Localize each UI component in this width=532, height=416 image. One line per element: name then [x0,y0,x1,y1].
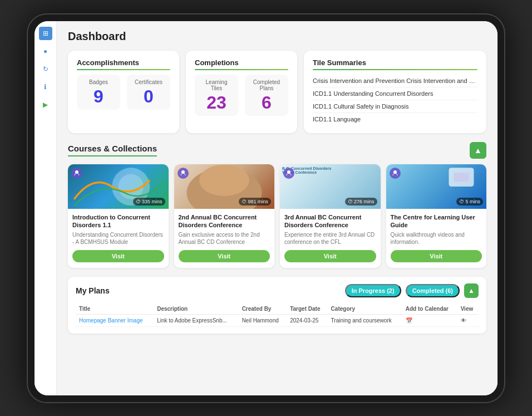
visit-button[interactable]: Visit [72,250,164,262]
clock-icon: ⏱ [348,199,353,204]
course-image: ⏱ 981 mins [174,164,275,209]
course-image: ⏱ 5 mins [386,164,487,209]
visit-button[interactable]: Visit [284,250,376,262]
course-image: ⏱ 276 mins [280,164,381,209]
course-duration: ⏱ 276 mins [345,198,377,205]
visit-button[interactable]: Visit [179,250,270,262]
col-description: Description [154,304,238,315]
course-title: 3rd Annual BC Concurrent Disorders Confe… [284,213,376,229]
plan-description-cell: Link to Adobe ExpressSnb... [154,315,238,327]
course-card: ⏱ 276 mins 3rd Annual BC Concurrent Diso… [280,164,381,268]
completed-plans-label: Completed Plans [249,79,284,91]
accomplishments-widget: Accomplishments Badges 9 Certificates 0 [68,51,179,133]
tile-summary-item: ICD1.1 Cultural Safety in Diagnosis [313,100,477,113]
sidebar-icon-share[interactable]: ▶ [39,98,52,111]
widgets-row: Accomplishments Badges 9 Certificates 0 [68,51,486,133]
completions-stats: Learning Tiles 23 Completed Plans 6 [195,75,288,116]
sidebar: ⊞ ● ↻ ℹ ▶ [35,21,57,395]
course-title: The Centre for Learning User Guide [391,213,482,229]
learning-tiles-stat: Learning Tiles 23 [195,75,238,116]
col-target-date: Target Date [287,304,327,315]
col-title: Title [76,304,154,315]
col-created-by: Created By [239,304,287,315]
badges-stat: Badges 9 [77,75,120,110]
course-card: ⏱ 5 mins The Centre for Learning User Gu… [386,164,487,268]
my-plans-section: My Plans In Progress (2) Completed (6) ▲… [68,277,486,334]
col-view: View [457,304,479,315]
tile-summary-item: ICD1.1 Language [313,113,477,125]
courses-toggle-button[interactable]: ▲ [470,142,486,159]
accomplishments-stats: Badges 9 Certificates 0 [77,75,170,110]
plans-toggle-button[interactable]: ▲ [464,283,479,298]
plans-header: My Plans In Progress (2) Completed (6) ▲ [76,283,479,298]
learning-tiles-label: Learning Tiles [199,79,234,91]
tile-summaries-widget: Tile Summaries Crisis Intervention and P… [304,51,486,133]
main-content: Dashboard Accomplishments Badges 9 Certi… [57,21,497,395]
course-badge-icon [71,168,82,179]
chevron-up-icon: ▲ [474,146,482,155]
device-screen: ⊞ ● ↻ ℹ ▶ Dashboard Accomplishments Badg… [35,21,497,395]
certificates-value: 0 [131,87,166,105]
plans-title: My Plans [76,286,341,295]
certificates-label: Certificates [131,79,166,85]
device-frame: ⊞ ● ↻ ℹ ▶ Dashboard Accomplishments Badg… [27,13,505,403]
course-image: ⏱ 335 mins [68,164,169,209]
course-title: 2nd Annual BC Concurrent Disorders Confe… [179,213,270,229]
visit-button[interactable]: Visit [391,250,482,262]
chevron-up-icon: ▲ [468,287,475,295]
course-title: Introduction to Concurrent Disorders 1.1 [72,213,164,229]
course-card: ⏱ 981 mins 2nd Annual BC Concurrent Diso… [174,164,275,268]
certificates-stat: Certificates 0 [127,75,170,110]
clock-icon: ⏱ [242,199,247,204]
course-badge-icon [178,168,189,179]
course-duration: ⏱ 5 mins [456,198,483,205]
completed-plans-stat: Completed Plans 6 [245,75,288,116]
course-body: Introduction to Concurrent Disorders 1.1… [68,209,169,268]
sidebar-icon-user[interactable]: ● [39,45,52,58]
course-duration: ⏱ 981 mins [239,198,271,205]
completions-title: Completions [195,58,288,70]
tile-summary-item: Crisis Intervention and Prevention Crisi… [313,75,477,87]
course-body: 3rd Annual BC Concurrent Disorders Confe… [280,209,381,268]
course-body: 2nd Annual BC Concurrent Disorders Confe… [174,209,275,268]
course-description: Understanding Concurrent Disorders - A B… [72,231,164,246]
col-category: Category [328,304,402,315]
plan-view-cell[interactable]: 👁 [457,315,479,327]
course-description: Gain exclusive access to the 2nd Annual … [179,231,270,246]
accomplishments-title: Accomplishments [77,58,170,70]
courses-section-title: Courses & Collections [68,144,157,156]
courses-grid: ⏱ 335 mins Introduction to Concurrent Di… [68,164,486,268]
clock-icon: ⏱ [459,199,464,204]
table-header-row: Title Description Created By Target Date… [76,304,479,315]
completed-button[interactable]: Completed (6) [406,284,460,297]
tile-summary-item: ICD1.1 Understanding Concurrent Disorder… [313,87,477,100]
course-duration: ⏱ 335 mins [133,198,165,205]
in-progress-button[interactable]: In Progress (2) [345,284,401,297]
clock-icon: ⏱ [136,199,141,204]
badges-label: Badges [81,79,116,85]
course-description: Experience the entire 3rd Annual CD conf… [284,231,376,246]
completed-plans-value: 6 [249,94,284,111]
col-add-to-calendar: Add to Calendar [402,304,457,315]
plan-title-cell[interactable]: Homepage Banner Image [76,315,154,327]
course-badge-icon [390,168,401,179]
sidebar-icon-info[interactable]: ℹ [39,80,52,94]
course-card: ⏱ 335 mins Introduction to Concurrent Di… [68,164,169,268]
plans-table: Title Description Created By Target Date… [76,304,479,327]
course-body: The Centre for Learning User Guide Quick… [386,209,487,268]
page-title: Dashboard [68,30,486,43]
plan-target-date-cell: 2024-03-25 [287,315,327,327]
badges-value: 9 [81,87,116,105]
tile-summaries-title: Tile Summaries [313,58,477,70]
plan-created-by-cell: Neil Hammond [239,315,287,327]
sidebar-icon-refresh[interactable]: ↻ [39,62,52,76]
courses-section-header: Courses & Collections ▲ [68,142,486,159]
plan-category-cell: Training and coursework [328,315,402,327]
course-description: Quick walkthrough videos and information… [391,231,482,246]
plan-calendar-cell[interactable]: 📅 [402,315,457,327]
table-row: Homepage Banner Image Link to Adobe Expr… [76,315,479,327]
completions-widget: Completions Learning Tiles 23 Completed … [186,51,297,133]
course-badge-icon [283,168,294,179]
sidebar-icon-home[interactable]: ⊞ [39,27,52,40]
learning-tiles-value: 23 [199,94,234,111]
